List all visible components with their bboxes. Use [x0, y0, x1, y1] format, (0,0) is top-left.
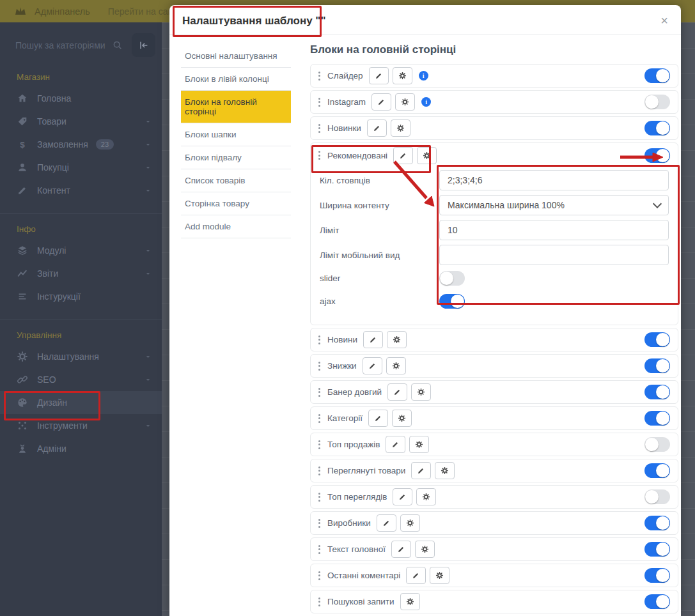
modal-nav-item[interactable]: Блоки підвалу: [181, 146, 291, 169]
sidebar-item-layers[interactable]: Модулі: [0, 239, 162, 262]
settings-button[interactable]: [387, 331, 407, 348]
edit-button[interactable]: [393, 147, 413, 164]
modal-nav-item[interactable]: Основні налаштування: [181, 45, 291, 68]
block-toggle[interactable]: [644, 358, 670, 373]
block-toggle[interactable]: [644, 148, 670, 163]
drag-handle-icon[interactable]: [318, 414, 320, 423]
settings-button[interactable]: [393, 67, 412, 84]
gear-icon: [396, 124, 405, 132]
sidebar-section-label: Магазин: [17, 72, 162, 82]
close-icon[interactable]: ×: [660, 14, 668, 27]
pencil-icon: [17, 185, 28, 196]
drag-handle-icon[interactable]: [318, 151, 320, 160]
block-toggle[interactable]: [644, 594, 670, 609]
settings-button[interactable]: [395, 93, 415, 111]
go-to-site-link[interactable]: Перейти на сайт: [108, 6, 177, 17]
drag-handle-icon[interactable]: [318, 124, 320, 133]
drag-handle-icon[interactable]: [318, 519, 320, 528]
edit-button[interactable]: [368, 410, 388, 427]
settings-button[interactable]: [391, 119, 410, 137]
drag-handle-icon[interactable]: [318, 466, 320, 475]
sidebar-item-admin[interactable]: Адміни: [0, 437, 162, 460]
edit-button[interactable]: [393, 488, 412, 505]
edit-button[interactable]: [411, 462, 431, 479]
sidebar-item-dollar[interactable]: $Замовлення23: [0, 133, 162, 156]
content-width-select[interactable]: Максимальна ширина 100%: [439, 195, 669, 215]
drag-handle-icon[interactable]: [318, 362, 320, 371]
block-toggle[interactable]: [644, 385, 670, 399]
block-toggle[interactable]: [644, 489, 670, 504]
block-toggle[interactable]: [644, 332, 670, 347]
sidebar-item-label: Контент: [37, 185, 70, 196]
settings-button[interactable]: [409, 436, 429, 453]
sidebar-item-chart[interactable]: Звіти: [0, 262, 162, 285]
edit-button[interactable]: [369, 67, 389, 84]
edit-button[interactable]: [391, 541, 411, 558]
drag-handle-icon[interactable]: [318, 335, 320, 344]
settings-button[interactable]: [430, 567, 449, 584]
drag-handle-icon[interactable]: [318, 493, 320, 502]
sidebar-item-pencil[interactable]: Контент: [0, 179, 162, 202]
block-toggle[interactable]: [644, 95, 670, 109]
sidebar-search-row: Пошук за категоріями: [0, 22, 162, 57]
sidebar-item-link[interactable]: SEO: [0, 368, 162, 391]
drag-handle-icon[interactable]: [318, 72, 320, 81]
block-toggle[interactable]: [644, 542, 670, 557]
ajax-toggle[interactable]: [439, 294, 465, 309]
info-icon[interactable]: i: [419, 71, 428, 81]
sidebar-item-palette[interactable]: Дизайн: [0, 391, 162, 414]
settings-button[interactable]: [400, 593, 420, 610]
settings-button[interactable]: [417, 147, 437, 164]
settings-button[interactable]: [411, 383, 431, 401]
edit-button[interactable]: [387, 383, 407, 401]
settings-button[interactable]: [416, 488, 436, 505]
settings-button[interactable]: [400, 514, 420, 532]
settings-button[interactable]: [415, 541, 435, 558]
edit-button[interactable]: [371, 93, 391, 111]
sidebar-item-tag[interactable]: Товари: [0, 110, 162, 133]
settings-button[interactable]: [392, 410, 412, 427]
sidebar-item-tools[interactable]: Інструменти: [0, 414, 162, 437]
edit-button[interactable]: [406, 567, 426, 584]
limit-input[interactable]: [439, 220, 669, 240]
edit-button[interactable]: [386, 436, 405, 453]
drag-handle-icon[interactable]: [318, 440, 320, 449]
drag-handle-icon[interactable]: [318, 98, 320, 107]
block-toggle[interactable]: [644, 121, 670, 135]
block-toggle[interactable]: [644, 516, 670, 530]
edit-button[interactable]: [363, 331, 383, 348]
block-toggle[interactable]: [644, 568, 670, 583]
block-toggle[interactable]: [644, 463, 670, 478]
block-toggle[interactable]: [644, 68, 670, 83]
modal-nav-item[interactable]: Блоки в лівій колонці: [181, 68, 291, 91]
modal-nav-item[interactable]: Add module: [181, 215, 291, 238]
edit-button[interactable]: [367, 119, 387, 137]
block-toggle[interactable]: [644, 437, 670, 452]
drag-handle-icon[interactable]: [318, 597, 320, 606]
drag-handle-icon[interactable]: [318, 571, 320, 580]
drag-handle-icon[interactable]: [318, 388, 320, 397]
info-icon[interactable]: i: [421, 97, 431, 107]
field-label: ajax: [320, 296, 439, 306]
sidebar-item-home[interactable]: Головна: [0, 87, 162, 110]
search-input[interactable]: Пошук за категоріями: [6, 40, 132, 50]
sidebar-section-label: Інфо: [17, 224, 162, 234]
modal-nav-item[interactable]: Сторінка товару: [181, 192, 291, 215]
modal-nav-item[interactable]: Блоки шапки: [181, 123, 291, 146]
edit-button[interactable]: [363, 357, 382, 374]
text-input[interactable]: [439, 170, 669, 190]
sidebar-item-list[interactable]: Інстурукції: [0, 285, 162, 308]
slider-toggle[interactable]: [439, 271, 465, 286]
sidebar-item-gear[interactable]: Налаштування: [0, 345, 162, 368]
sidebar-collapse-button[interactable]: [132, 33, 155, 57]
text-input[interactable]: [439, 245, 669, 265]
settings-button[interactable]: [435, 462, 455, 479]
sidebar-item-user[interactable]: Покупці: [0, 156, 162, 179]
block-row: Слайдерi: [310, 64, 678, 88]
settings-button[interactable]: [386, 357, 406, 374]
modal-nav-item[interactable]: Блоки на головній сторінці: [181, 91, 291, 123]
edit-button[interactable]: [377, 514, 396, 532]
modal-nav-item[interactable]: Список товарів: [181, 169, 291, 192]
block-toggle[interactable]: [644, 411, 670, 426]
drag-handle-icon[interactable]: [318, 545, 320, 554]
